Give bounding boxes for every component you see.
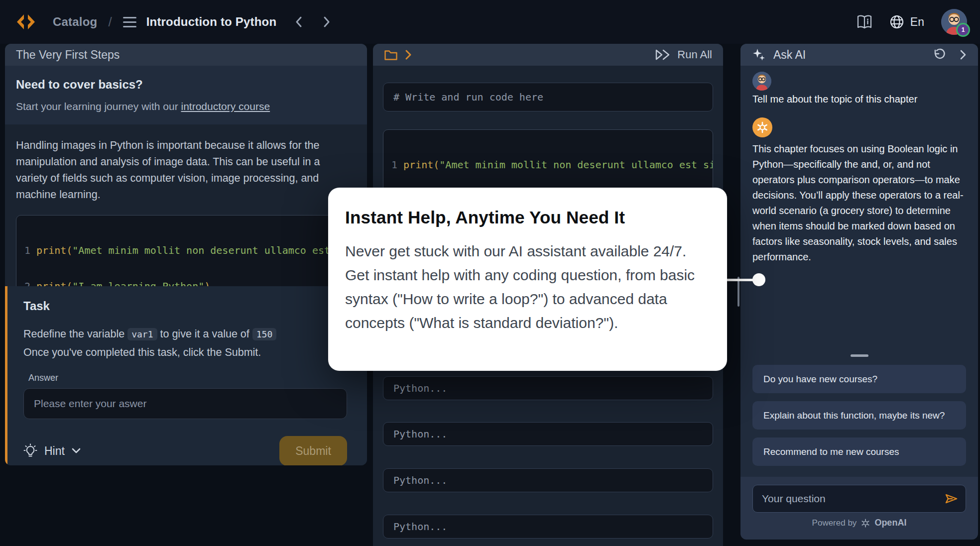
run-all-button[interactable]: Run All: [654, 48, 712, 61]
language-selector[interactable]: En: [889, 14, 924, 29]
top-bar: Catalog / Introduction to Python: [0, 0, 980, 44]
openai-icon: [752, 117, 772, 137]
ask-ai-title: Ask AI: [773, 48, 806, 62]
page-title: Introduction to Python: [146, 15, 277, 29]
python-cell-input[interactable]: Python...: [383, 376, 713, 400]
breadcrumb-separator: /: [108, 14, 112, 30]
chevron-right-icon[interactable]: [321, 15, 332, 28]
suggestion-button[interactable]: Do you have new courses?: [752, 365, 966, 393]
tooltip-body: Never get stuck with our AI assistant av…: [345, 239, 710, 335]
globe-icon: [889, 14, 904, 29]
app-root: Catalog / Introduction to Python: [0, 0, 980, 546]
basics-text: Start your learning journey with our: [16, 101, 181, 112]
folder-icon[interactable]: [384, 49, 398, 61]
callout-connector-dot: [752, 273, 765, 286]
chevron-down-icon: [72, 448, 81, 454]
value-chip: 150: [252, 328, 277, 340]
answer-label: Answer: [28, 373, 347, 383]
run-all-label: Run All: [677, 48, 712, 61]
powered-by: Powered by OpenAI: [740, 518, 978, 528]
chevron-left-icon[interactable]: [293, 15, 304, 28]
openai-small-icon: [860, 518, 870, 528]
basics-callout: Need to cover basics? Start your learnin…: [5, 66, 367, 124]
ask-ai-panel: Ask AI: [740, 44, 978, 540]
hint-button[interactable]: Hint: [23, 443, 81, 458]
submit-button[interactable]: Submit: [279, 436, 347, 465]
lesson-paragraph: Handling images in Python is important b…: [5, 124, 349, 203]
sparkles-icon: [751, 47, 766, 62]
task-description: Redefine the variable var1 to give it a …: [23, 325, 347, 362]
task-section: Task Redefine the variable var1 to give …: [5, 286, 367, 465]
var-chip: var1: [127, 328, 157, 340]
introductory-course-link[interactable]: introductory course: [181, 101, 270, 112]
brand-logo-icon[interactable]: [13, 9, 39, 35]
ask-ai-header: Ask AI: [740, 44, 978, 66]
send-icon[interactable]: [944, 492, 959, 505]
expand-chevron-icon[interactable]: [405, 49, 412, 60]
lesson-panel: The Very First Steps Need to cover basic…: [5, 44, 367, 465]
section-divider: [851, 354, 868, 357]
achievement-badge: 1: [956, 23, 970, 37]
answer-input[interactable]: [23, 388, 347, 419]
tooltip-title: Instant Help, Anytime You Need It: [345, 208, 710, 227]
scratch-code-input[interactable]: # Write and run code here: [383, 83, 713, 111]
chat-footer: Powered by OpenAI: [740, 477, 978, 540]
python-cell-input[interactable]: Python...: [383, 468, 713, 492]
python-cell-input[interactable]: Python...: [383, 515, 713, 539]
suggestion-button[interactable]: Recommend to me new courses: [752, 437, 966, 466]
breadcrumb-catalog[interactable]: Catalog: [53, 15, 97, 29]
user-message-avatar: [752, 72, 771, 91]
editor-toolbar: Run All: [373, 44, 723, 66]
run-all-icon: [654, 48, 671, 61]
callout-connector-line: [725, 279, 754, 281]
chapter-title: The Very First Steps: [16, 48, 120, 62]
lesson-panel-header: The Very First Steps: [5, 44, 367, 66]
task-heading: Task: [23, 299, 347, 313]
lightbulb-icon: [23, 443, 37, 458]
chapters-menu-icon[interactable]: [123, 17, 136, 27]
hint-label: Hint: [44, 444, 65, 458]
language-label: En: [910, 15, 924, 29]
book-icon[interactable]: [857, 15, 872, 29]
collapse-chevron-icon[interactable]: [959, 49, 967, 61]
question-input[interactable]: [753, 493, 944, 505]
refresh-icon[interactable]: [932, 48, 946, 62]
suggestion-button[interactable]: Explain about this function, maybe its n…: [752, 401, 966, 430]
user-avatar[interactable]: 1: [941, 9, 967, 35]
user-message: Tell me about the topic of this chapter: [752, 94, 917, 105]
python-cell-input[interactable]: Python...: [383, 422, 713, 446]
onboarding-tooltip: Instant Help, Anytime You Need It Never …: [328, 188, 727, 371]
ai-response: This chapter focuses on using Boolean lo…: [752, 141, 966, 265]
basics-heading: Need to cover basics?: [16, 78, 356, 92]
scrollbar-thumb[interactable]: [737, 277, 739, 307]
